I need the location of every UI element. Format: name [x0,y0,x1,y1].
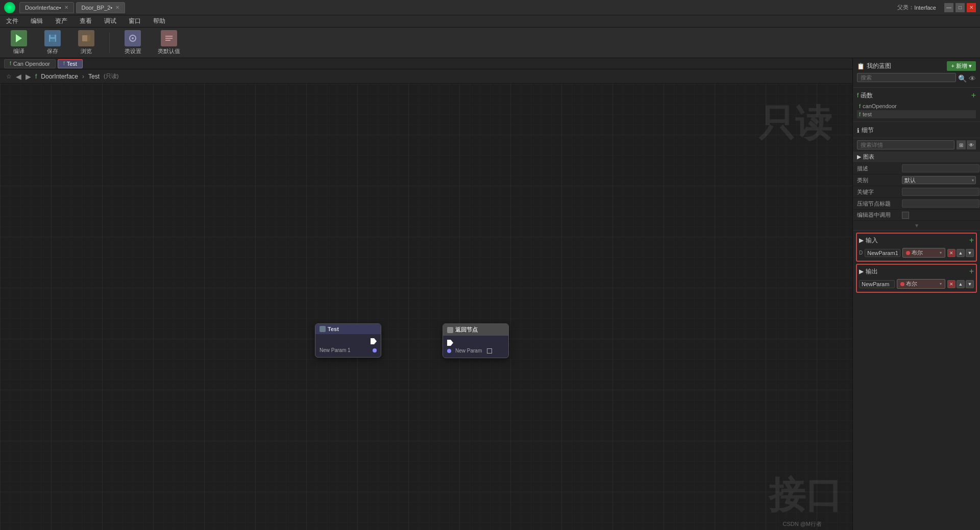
prop-row-compact-title: 压缩节点标题 [853,198,980,210]
prop-input-compact-title[interactable] [902,199,979,208]
func-list-canopendoor[interactable]: f canOpendoor [857,102,976,110]
menubar: 文件 编辑 资产 查看 调试 窗口 帮助 [0,15,980,28]
test-node-icon [320,326,326,332]
left-content: f Can Opendoor f Test ☆ ◀ ▶ f DoorInterf… [0,58,852,530]
titlebar: DoorInterface• ✕ Door_BP_2• ✕ 父类： Interf… [0,0,980,15]
input-param-delete-0[interactable]: ✕ [947,249,955,257]
breadcrumb-back[interactable]: ◀ [16,72,21,81]
menu-help[interactable]: 帮助 [151,16,167,27]
details-grid-view-button[interactable]: ⊞ [957,140,966,149]
interface-watermark: 接口 [769,471,842,520]
my-blueprint-icon: 📋 [857,63,865,70]
prop-checkbox-editor-call[interactable] [902,212,909,219]
output-section: ▶ 输出 + 布尔 ▾ ✕ ▲ [856,264,977,293]
breadcrumb-star[interactable]: ☆ [6,73,12,80]
func-list-test[interactable]: f test [857,110,976,118]
menu-file[interactable]: 文件 [4,16,20,27]
input-param-up-0[interactable]: ▲ [957,249,965,257]
func-list-test-label: test [863,111,872,117]
compile-label: 编译 [13,47,24,55]
menu-view[interactable]: 查看 [78,16,94,27]
return-node[interactable]: 返回节点 New Param [443,323,509,358]
tab-doorinterface-close[interactable]: ✕ [64,5,68,10]
return-node-label: 返回节点 [455,326,478,334]
breadcrumb-forward[interactable]: ▶ [26,72,31,81]
func-list-test-icon: f [859,111,861,117]
details-search-input[interactable] [857,140,954,149]
details-header: ℹ 细节 [853,125,980,138]
add-function-button[interactable]: + [971,91,976,100]
return-param-box [487,348,492,354]
prop-input-keywords[interactable] [902,188,979,196]
breadcrumb-func: Test [88,73,100,80]
blueprint-eye-button[interactable]: 🔍 [958,74,967,83]
menu-debug[interactable]: 调试 [102,16,118,27]
input-section-header: ▶ 输入 + [859,236,974,245]
details-search-row: ⊞ 👁 [853,138,980,152]
add-new-button[interactable]: + 新增 ▾ [947,61,976,71]
maximize-button[interactable]: □ [955,3,965,12]
parent-class-value: Interface [914,5,936,11]
functions-header: f 函数 + [857,91,976,100]
my-blueprint-header: 📋 我的蓝图 + 新增 ▾ [857,61,976,71]
readonly-watermark: 只读 [758,99,832,148]
input-section: ▶ 输入 + D 布尔 ▾ ✕ [856,233,977,262]
blueprint-view-button[interactable]: 👁 [969,74,976,83]
browse-button[interactable]: 浏览 [74,28,99,57]
tab-doorinterface[interactable]: DoorInterface• ✕ [19,2,74,13]
close-button[interactable]: ✕ [967,3,976,12]
prop-label-compact-title: 压缩节点标题 [857,200,898,208]
tab-doorinterface-label: DoorInterface• [25,5,61,11]
class-settings-button[interactable]: 类设置 [120,28,145,57]
output-section-header: ▶ 输出 + [859,267,974,276]
svg-marker-12 [447,340,453,346]
func-tab-test-label: Test [67,61,77,67]
prop-input-description[interactable] [902,164,979,172]
output-param-delete-0[interactable]: ✕ [947,280,955,288]
func-list-canopendoor-icon: f [859,103,861,109]
output-param-name-0[interactable] [859,280,895,288]
output-param-up-0[interactable]: ▲ [957,280,965,288]
output-type-select-0[interactable]: 布尔 ▾ [897,279,945,289]
input-param-down-0[interactable]: ▼ [966,249,974,257]
return-exec-in-pin [447,340,453,346]
input-type-select-0[interactable]: 布尔 ▾ [902,248,945,258]
breadcrumb-readonly: (只读) [104,72,118,80]
menu-window[interactable]: 窗口 [127,16,143,27]
input-type-text-0: 布尔 [912,249,938,257]
minimize-button[interactable]: — [944,3,953,12]
tab-doorbp2-close[interactable]: ✕ [115,5,119,10]
add-input-button[interactable]: + [969,236,974,245]
details-view-buttons: ⊞ 👁 [957,140,976,149]
svg-rect-10 [165,40,170,41]
tab-doorbp2[interactable]: Door_BP_2• ✕ [76,2,126,13]
save-button[interactable]: 保存 [40,28,65,57]
menu-edit[interactable]: 编辑 [29,16,45,27]
add-output-button[interactable]: + [969,267,974,276]
prop-select-category[interactable]: 默认 [902,176,976,184]
test-exec-pin-row [320,337,377,346]
functions-icon: f [857,92,859,99]
func-tab-canopendoor[interactable]: f Can Opendoor [4,59,56,68]
compile-button[interactable]: 编译 [6,28,32,57]
svg-rect-8 [165,36,173,37]
func-list-canopendoor-label: canOpendoor [863,103,897,109]
input-param-row-0: D 布尔 ▾ ✕ ▲ ▼ [859,247,974,259]
class-defaults-icon [161,30,177,46]
blueprint-search-input[interactable] [857,73,956,82]
output-param-down-0[interactable]: ▼ [966,280,974,288]
prop-row-description: 描述 [853,163,980,174]
prop-row-category: 类别 默认 ▾ [853,174,980,186]
graph-section-header[interactable]: ▶ 图表 [853,152,980,163]
return-node-icon [447,327,453,333]
toolbar-divider-1 [109,33,110,53]
input-param-name-0[interactable] [865,249,900,257]
test-node[interactable]: Test New Param 1 [315,323,381,358]
details-eye-button[interactable]: 👁 [967,140,976,149]
collapse-indicator[interactable]: ▾ [853,221,980,231]
class-defaults-button[interactable]: 类默认值 [154,28,184,57]
menu-assets[interactable]: 资产 [53,16,69,27]
func-tab-test[interactable]: f Test [58,59,83,68]
output-section-arrow: ▶ [859,268,864,275]
canvas-container[interactable]: 只读 接口 Test [0,84,852,530]
